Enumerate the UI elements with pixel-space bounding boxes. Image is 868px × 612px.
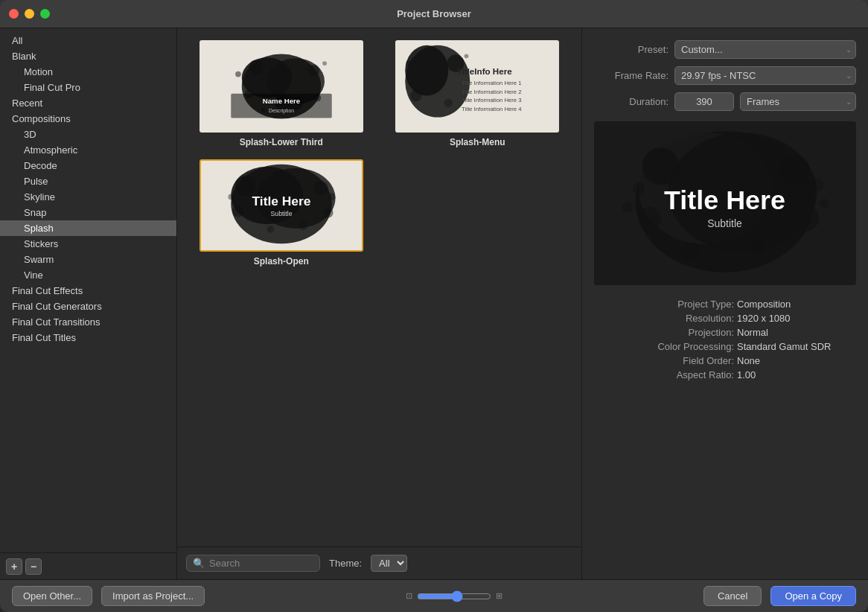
sidebar-item-all[interactable]: All	[0, 33, 176, 48]
svg-point-34	[232, 205, 243, 217]
browser-item-splash-open[interactable]: Title Here Subtitle Splash-Open	[189, 159, 374, 267]
svg-point-50	[682, 243, 700, 261]
svg-point-38	[228, 194, 234, 200]
sidebar-item-atmospheric[interactable]: Atmospheric	[0, 142, 176, 158]
preset-label: Preset:	[594, 44, 668, 55]
theme-label: Theme:	[329, 558, 362, 569]
project-type-row: Project Type: Composition	[594, 299, 856, 310]
svg-point-55	[622, 202, 633, 212]
svg-point-33	[313, 181, 328, 195]
browser-thumb-splash-open: Title Here Subtitle	[200, 159, 363, 252]
sidebar-item-stickers[interactable]: Stickers	[0, 236, 176, 252]
browser-label-splash-lower-third: Splash-Lower Third	[240, 137, 323, 147]
svg-point-36	[267, 226, 274, 233]
sidebar-item-final-cut-titles[interactable]: Final Cut Titles	[0, 330, 176, 345]
sidebar-list: All Blank Motion Final Cut Pro Recent Co…	[0, 28, 176, 552]
open-copy-button[interactable]: Open a Copy	[770, 586, 856, 606]
sidebar-item-skyline[interactable]: Skyline	[0, 189, 176, 205]
window-controls	[9, 9, 50, 19]
projection-row: Projection: Normal	[594, 327, 856, 338]
sidebar-footer: + −	[0, 552, 176, 579]
svg-point-27	[406, 60, 412, 66]
remove-item-button[interactable]: −	[25, 558, 42, 575]
browser-area: Name Here Description Splash-Lower Third	[177, 28, 581, 579]
minimize-button[interactable]	[25, 9, 34, 19]
svg-point-52	[633, 182, 645, 194]
browser-label-splash-menu: Splash-Menu	[450, 137, 505, 147]
svg-point-48	[639, 207, 661, 229]
close-button[interactable]	[9, 9, 19, 19]
duration-unit-wrapper: Frames ⌄	[740, 92, 856, 111]
sidebar-item-compositions[interactable]: Compositions	[0, 111, 176, 127]
sidebar-item-motion[interactable]: Motion	[0, 64, 176, 80]
frame-rate-select[interactable]: 29.97 fps - NTSC	[674, 66, 856, 85]
svg-text:Name Here: Name Here	[263, 97, 301, 105]
sidebar-item-decode[interactable]: Decode	[0, 158, 176, 173]
field-order-label: Field Order:	[637, 355, 734, 366]
preview-area: Title Here Subtitle	[594, 121, 856, 285]
svg-point-5	[308, 65, 319, 76]
projection-label: Projection:	[637, 327, 734, 338]
resolution-row: Resolution: 1920 x 1080	[594, 313, 856, 324]
duration-label: Duration:	[594, 96, 668, 107]
zoom-bar: ⊡ ⊞	[406, 590, 502, 602]
color-processing-value: Standard Gamut SDR	[737, 341, 856, 352]
sidebar-item-vine[interactable]: Vine	[0, 267, 176, 283]
cancel-button[interactable]: Cancel	[703, 586, 762, 606]
open-other-button[interactable]: Open Other...	[12, 586, 92, 606]
browser-footer: 🔍 Theme: All	[177, 546, 581, 579]
zoom-slider[interactable]	[417, 590, 491, 602]
browser-grid: Name Here Description Splash-Lower Third	[177, 28, 581, 546]
sidebar-item-pulse[interactable]: Pulse	[0, 173, 176, 189]
sidebar-item-blank[interactable]: Blank	[0, 48, 176, 64]
svg-text:Title Information Here 1: Title Information Here 1	[462, 80, 522, 86]
sidebar-item-snap[interactable]: Snap	[0, 205, 176, 220]
project-browser-window: Project Browser All Blank Motion Final C…	[0, 0, 868, 612]
resolution-label: Resolution:	[637, 313, 734, 324]
aspect-ratio-row: Aspect Ratio: 1.00	[594, 369, 856, 380]
search-box[interactable]: 🔍	[186, 555, 320, 572]
browser-item-splash-menu[interactable]: TitleInfo Here Title Information Here 1 …	[386, 40, 570, 147]
preset-select[interactable]: Custom...	[674, 40, 856, 59]
theme-select[interactable]: All	[371, 555, 407, 572]
duration-row: Duration: Frames ⌄	[594, 92, 856, 111]
project-type-label: Project Type:	[637, 299, 734, 310]
svg-point-4	[249, 60, 263, 74]
duration-unit-select[interactable]: Frames	[740, 92, 856, 111]
preset-select-wrapper: Custom... ⌄	[674, 40, 856, 59]
svg-point-51	[750, 240, 765, 255]
frame-rate-select-wrapper: 29.97 fps - NTSC ⌄	[674, 66, 856, 85]
sidebar-item-final-cut-effects[interactable]: Final Cut Effects	[0, 283, 176, 299]
field-order-row: Field Order: None	[594, 355, 856, 366]
duration-input[interactable]	[674, 92, 734, 111]
maximize-button[interactable]	[40, 9, 50, 19]
svg-text:Title Here: Title Here	[664, 185, 785, 215]
sidebar-item-splash[interactable]: Splash	[0, 220, 176, 236]
sidebar-item-final-cut-transitions[interactable]: Final Cut Transitions	[0, 314, 176, 330]
svg-point-54	[820, 199, 829, 208]
sidebar-item-final-cut-generators[interactable]: Final Cut Generators	[0, 299, 176, 314]
browser-item-splash-lower-third[interactable]: Name Here Description Splash-Lower Third	[189, 40, 374, 147]
sidebar-item-swarm[interactable]: Swarm	[0, 252, 176, 267]
browser-thumb-splash-menu: TitleInfo Here Title Information Here 1 …	[395, 40, 559, 133]
browser-label-splash-open: Splash-Open	[254, 256, 309, 267]
svg-point-20	[444, 98, 453, 107]
preset-row: Preset: Custom... ⌄	[594, 40, 856, 59]
sidebar-item-recent[interactable]: Recent	[0, 95, 176, 111]
titlebar: Project Browser	[0, 0, 868, 28]
svg-point-26	[465, 54, 469, 58]
search-input[interactable]	[209, 558, 313, 569]
svg-point-46	[642, 147, 680, 185]
svg-point-53	[810, 178, 823, 191]
field-order-value: None	[737, 355, 856, 366]
sidebar-item-3d[interactable]: 3D	[0, 127, 176, 142]
add-item-button[interactable]: +	[6, 558, 22, 575]
svg-text:Title Here: Title Here	[252, 194, 310, 208]
browser-thumb-splash-lower-third: Name Here Description	[200, 40, 363, 133]
import-as-project-button[interactable]: Import as Project...	[101, 586, 205, 606]
frame-rate-label: Frame Rate:	[594, 70, 668, 81]
sidebar-item-final-cut-pro[interactable]: Final Cut Pro	[0, 80, 176, 95]
frame-rate-row: Frame Rate: 29.97 fps - NTSC ⌄	[594, 66, 856, 85]
sidebar: All Blank Motion Final Cut Pro Recent Co…	[0, 28, 177, 579]
window-title: Project Browser	[397, 8, 471, 19]
